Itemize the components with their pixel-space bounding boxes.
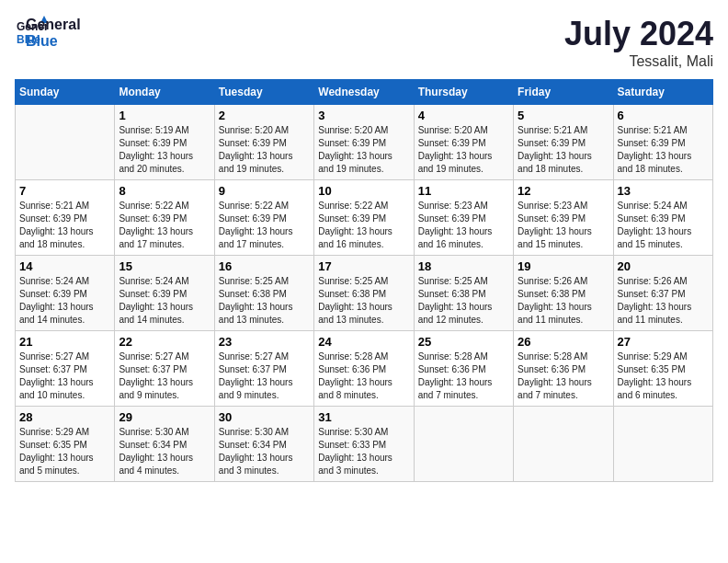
calendar-week-5: 28 Sunrise: 5:29 AM Sunset: 6:35 PM Dayl… — [16, 407, 713, 482]
sunset-text: Sunset: 6:39 PM — [119, 213, 187, 224]
sunset-text: Sunset: 6:39 PM — [618, 213, 686, 224]
day-number: 11 — [418, 184, 509, 198]
day-info: Sunrise: 5:22 AM Sunset: 6:39 PM Dayligh… — [219, 200, 310, 251]
sunset-text: Sunset: 6:39 PM — [318, 138, 386, 148]
daylight-text: Daylight: 13 hours and 12 minutes. — [418, 302, 493, 325]
daylight-text: Daylight: 13 hours and 7 minutes. — [518, 377, 592, 400]
day-info: Sunrise: 5:24 AM Sunset: 6:39 PM Dayligh… — [119, 275, 210, 327]
sunrise-text: Sunrise: 5:30 AM — [318, 427, 388, 437]
calendar-cell: 5 Sunrise: 5:21 AM Sunset: 6:39 PM Dayli… — [514, 105, 613, 180]
calendar-cell: 24 Sunrise: 5:28 AM Sunset: 6:36 PM Dayl… — [314, 331, 414, 407]
location-title: Tessalit, Mali — [564, 53, 713, 70]
calendar-cell: 29 Sunrise: 5:30 AM Sunset: 6:34 PM Dayl… — [115, 407, 214, 482]
day-info: Sunrise: 5:22 AM Sunset: 6:39 PM Dayligh… — [318, 200, 409, 251]
sunrise-text: Sunrise: 5:25 AM — [418, 276, 488, 286]
calendar-body: 1 Sunrise: 5:19 AM Sunset: 6:39 PM Dayli… — [16, 105, 713, 482]
daylight-text: Daylight: 13 hours and 13 minutes. — [219, 302, 293, 325]
sunset-text: Sunset: 6:38 PM — [219, 289, 287, 299]
calendar-cell — [514, 407, 613, 482]
day-number: 15 — [119, 259, 210, 273]
header-day-wednesday: Wednesday — [314, 80, 414, 105]
day-info: Sunrise: 5:30 AM Sunset: 6:34 PM Dayligh… — [119, 426, 210, 477]
day-info: Sunrise: 5:23 AM Sunset: 6:39 PM Dayligh… — [418, 200, 509, 251]
calendar-cell: 22 Sunrise: 5:27 AM Sunset: 6:37 PM Dayl… — [115, 331, 214, 407]
day-number: 4 — [418, 109, 509, 122]
day-number: 8 — [119, 184, 210, 198]
logo-general: General — [26, 17, 81, 33]
daylight-text: Daylight: 13 hours and 20 minutes. — [119, 151, 193, 174]
calendar-cell: 23 Sunrise: 5:27 AM Sunset: 6:37 PM Dayl… — [214, 331, 313, 407]
daylight-text: Daylight: 13 hours and 16 minutes. — [318, 226, 392, 249]
day-info: Sunrise: 5:27 AM Sunset: 6:37 PM Dayligh… — [219, 350, 310, 402]
daylight-text: Daylight: 13 hours and 14 minutes. — [119, 302, 193, 325]
day-number: 10 — [318, 184, 409, 198]
sunset-text: Sunset: 6:38 PM — [518, 289, 586, 299]
day-number: 23 — [219, 335, 310, 349]
day-number: 31 — [318, 410, 409, 424]
logo-blue: Blue — [26, 33, 81, 50]
day-number: 7 — [19, 184, 110, 198]
day-info: Sunrise: 5:28 AM Sunset: 6:36 PM Dayligh… — [518, 350, 609, 402]
daylight-text: Daylight: 13 hours and 11 minutes. — [518, 302, 592, 325]
calendar-header: SundayMondayTuesdayWednesdayThursdayFrid… — [16, 80, 713, 105]
sunset-text: Sunset: 6:36 PM — [418, 364, 486, 374]
day-info: Sunrise: 5:21 AM Sunset: 6:39 PM Dayligh… — [518, 124, 609, 176]
day-info: Sunrise: 5:22 AM Sunset: 6:39 PM Dayligh… — [119, 200, 210, 251]
calendar-cell: 27 Sunrise: 5:29 AM Sunset: 6:35 PM Dayl… — [613, 331, 712, 407]
day-number: 1 — [119, 109, 210, 122]
sunrise-text: Sunrise: 5:28 AM — [418, 351, 488, 362]
sunrise-text: Sunrise: 5:27 AM — [19, 351, 89, 362]
calendar-cell: 12 Sunrise: 5:23 AM Sunset: 6:39 PM Dayl… — [514, 180, 613, 256]
daylight-text: Daylight: 13 hours and 3 minutes. — [219, 453, 293, 476]
sunset-text: Sunset: 6:39 PM — [518, 138, 586, 148]
calendar-cell: 7 Sunrise: 5:21 AM Sunset: 6:39 PM Dayli… — [16, 180, 115, 256]
header-row: SundayMondayTuesdayWednesdayThursdayFrid… — [16, 80, 713, 105]
sunset-text: Sunset: 6:37 PM — [19, 364, 87, 374]
sunset-text: Sunset: 6:39 PM — [418, 213, 486, 224]
daylight-text: Daylight: 13 hours and 8 minutes. — [318, 377, 392, 400]
sunrise-text: Sunrise: 5:25 AM — [318, 276, 388, 286]
sunrise-text: Sunrise: 5:24 AM — [19, 276, 89, 286]
calendar-week-4: 21 Sunrise: 5:27 AM Sunset: 6:37 PM Dayl… — [16, 331, 713, 407]
day-number: 22 — [119, 335, 210, 349]
sunrise-text: Sunrise: 5:23 AM — [518, 201, 587, 211]
sunset-text: Sunset: 6:39 PM — [19, 289, 87, 299]
daylight-text: Daylight: 13 hours and 14 minutes. — [19, 302, 94, 325]
calendar-cell: 19 Sunrise: 5:26 AM Sunset: 6:38 PM Dayl… — [514, 256, 613, 331]
header-day-monday: Monday — [115, 80, 214, 105]
calendar-cell: 20 Sunrise: 5:26 AM Sunset: 6:37 PM Dayl… — [613, 256, 712, 331]
day-info: Sunrise: 5:30 AM Sunset: 6:33 PM Dayligh… — [318, 426, 409, 477]
sunrise-text: Sunrise: 5:28 AM — [518, 351, 587, 362]
day-number: 16 — [219, 259, 310, 273]
calendar-cell: 15 Sunrise: 5:24 AM Sunset: 6:39 PM Dayl… — [115, 256, 214, 331]
day-number: 6 — [618, 109, 709, 122]
calendar-cell: 28 Sunrise: 5:29 AM Sunset: 6:35 PM Dayl… — [16, 407, 115, 482]
daylight-text: Daylight: 13 hours and 17 minutes. — [119, 226, 193, 249]
daylight-text: Daylight: 13 hours and 19 minutes. — [219, 151, 293, 174]
sunrise-text: Sunrise: 5:22 AM — [119, 201, 188, 211]
sunset-text: Sunset: 6:39 PM — [119, 289, 187, 299]
daylight-text: Daylight: 13 hours and 7 minutes. — [418, 377, 493, 400]
daylight-text: Daylight: 13 hours and 11 minutes. — [618, 302, 692, 325]
daylight-text: Daylight: 13 hours and 17 minutes. — [219, 226, 293, 249]
sunrise-text: Sunrise: 5:29 AM — [19, 427, 89, 437]
sunrise-text: Sunrise: 5:19 AM — [119, 125, 188, 135]
day-number: 20 — [618, 259, 709, 273]
daylight-text: Daylight: 13 hours and 9 minutes. — [119, 377, 193, 400]
calendar-week-2: 7 Sunrise: 5:21 AM Sunset: 6:39 PM Dayli… — [16, 180, 713, 256]
day-info: Sunrise: 5:21 AM Sunset: 6:39 PM Dayligh… — [19, 200, 110, 251]
day-number: 30 — [219, 410, 310, 424]
day-info: Sunrise: 5:26 AM Sunset: 6:38 PM Dayligh… — [518, 275, 609, 327]
daylight-text: Daylight: 13 hours and 18 minutes. — [19, 226, 94, 249]
calendar-cell: 14 Sunrise: 5:24 AM Sunset: 6:39 PM Dayl… — [16, 256, 115, 331]
sunrise-text: Sunrise: 5:21 AM — [518, 125, 587, 135]
day-number: 18 — [418, 259, 509, 273]
sunset-text: Sunset: 6:38 PM — [318, 289, 386, 299]
month-title: July 2024 — [564, 15, 713, 53]
day-number: 3 — [318, 109, 409, 122]
sunset-text: Sunset: 6:37 PM — [119, 364, 187, 374]
sunrise-text: Sunrise: 5:29 AM — [618, 351, 688, 362]
sunrise-text: Sunrise: 5:24 AM — [119, 276, 188, 286]
sunset-text: Sunset: 6:38 PM — [418, 289, 486, 299]
calendar-cell: 10 Sunrise: 5:22 AM Sunset: 6:39 PM Dayl… — [314, 180, 414, 256]
